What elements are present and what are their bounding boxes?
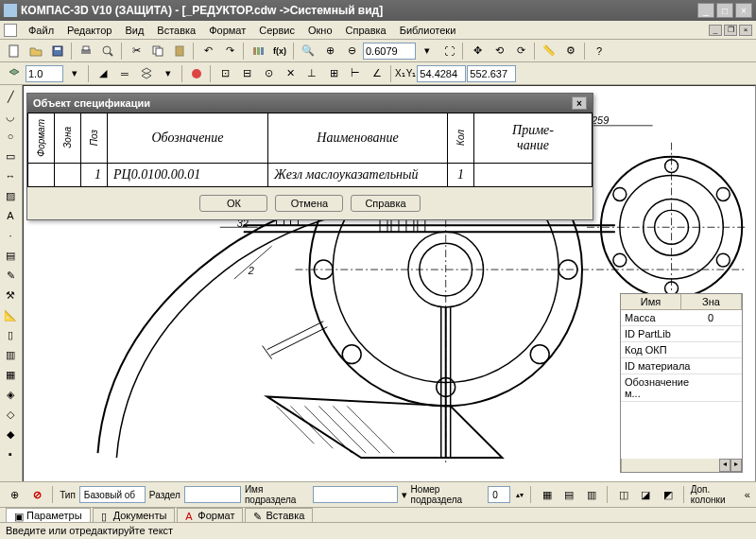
spec-tool[interactable]: ▤ [0, 246, 21, 265]
hatch-tool[interactable]: ▨ [0, 186, 21, 205]
rect-tool[interactable]: ▭ [0, 147, 21, 165]
grid3-button[interactable]: ▥ [582, 485, 601, 504]
section-field[interactable] [184, 486, 241, 503]
pan-button[interactable]: ✥ [467, 42, 488, 61]
libraries-button[interactable] [248, 42, 268, 61]
tab-parameters[interactable]: ▣Параметры [6, 508, 91, 523]
prop-row[interactable]: Обозначение м... [621, 374, 742, 402]
cell-qty[interactable]: 1 [448, 163, 474, 186]
dropdown-icon[interactable]: ▾ [402, 489, 407, 501]
menu-service[interactable]: Сервис [253, 23, 301, 38]
grid1-button[interactable]: ▦ [538, 485, 557, 504]
zoom-value-input[interactable] [363, 43, 416, 60]
new-button[interactable] [4, 42, 25, 61]
cell-name[interactable]: Жезл маслоуказательный [268, 163, 448, 186]
scale-dropdown-button[interactable]: ▾ [64, 64, 85, 83]
snap-mid-button[interactable]: ⊟ [236, 64, 257, 83]
ok-button[interactable]: ОК [199, 195, 267, 212]
style2-button[interactable]: ═ [114, 64, 135, 83]
coord-y-input[interactable] [467, 65, 516, 82]
edit-tool[interactable]: ✎ [0, 266, 21, 285]
style1-button[interactable]: ◢ [93, 64, 113, 83]
mdi-minimize-button[interactable]: _ [709, 25, 722, 36]
scale-input[interactable] [26, 65, 63, 82]
save-button[interactable] [47, 42, 68, 61]
variables-button[interactable]: f(x) [269, 42, 290, 61]
dimension-tool[interactable]: ↔ [0, 166, 21, 185]
prop-row[interactable]: Масса0 [621, 310, 742, 326]
zoom-window-button[interactable]: 🔍 [298, 42, 318, 61]
tab-insert[interactable]: ✎Вставка [245, 508, 313, 523]
type-field[interactable] [79, 486, 146, 503]
minimize-button[interactable]: _ [697, 3, 714, 18]
menu-help[interactable]: Справка [340, 23, 392, 38]
misc1-tool[interactable]: ◈ [0, 385, 21, 404]
prop-row[interactable]: ID материала [621, 358, 742, 374]
spinner-up-button[interactable]: ▴▾ [514, 485, 524, 504]
subnum-field[interactable] [488, 486, 510, 503]
mode1-button[interactable]: ◫ [614, 485, 633, 504]
measure-tool[interactable]: 📐 [0, 305, 21, 324]
apply-button[interactable]: ⊕ [6, 485, 25, 504]
report-tool[interactable]: ▦ [0, 365, 21, 384]
refresh-button[interactable]: ⟳ [510, 42, 531, 61]
menu-edit[interactable]: Редактор [61, 23, 117, 38]
mode3-button[interactable]: ◩ [659, 485, 678, 504]
zoom-prev-button[interactable]: ⟲ [489, 42, 509, 61]
scroll-right-button[interactable]: ▸ [730, 459, 742, 472]
prop-row[interactable]: ID PartLib [621, 326, 742, 342]
undo-button[interactable]: ↶ [198, 42, 218, 61]
menu-file[interactable]: Файл [23, 23, 60, 38]
snap-center-button[interactable]: ⊙ [258, 64, 279, 83]
snap-tangent-button[interactable]: ⊥ [301, 64, 322, 83]
coord-x-input[interactable] [417, 65, 466, 82]
help-button[interactable]: ? [589, 42, 610, 61]
stop-command-button[interactable]: ⊘ [28, 485, 47, 504]
misc4-tool[interactable]: ▪ [0, 444, 21, 463]
snap-angle-button[interactable]: ∠ [367, 64, 387, 83]
line-tool[interactable]: ╱ [0, 87, 21, 106]
zoom-dropdown-button[interactable]: ▾ [417, 42, 438, 61]
prop-row[interactable]: Код ОКП [621, 342, 742, 358]
stop-button[interactable] [186, 64, 207, 83]
arc-tool[interactable]: ◡ [0, 107, 21, 126]
help-button[interactable]: Справка [351, 195, 420, 212]
snap-end-button[interactable]: ⊡ [215, 64, 235, 83]
cell-notes[interactable] [474, 163, 593, 186]
extra-cols-dropdown-icon[interactable]: « [745, 489, 750, 500]
snap-intersect-button[interactable]: ✕ [280, 64, 301, 83]
print-button[interactable] [76, 42, 96, 61]
cell-pos[interactable]: 1 [81, 163, 108, 186]
point-tool[interactable]: · [0, 226, 21, 245]
ortho-button[interactable]: ⊢ [345, 64, 366, 83]
text-tool[interactable]: A [0, 206, 21, 225]
copy-button[interactable] [147, 42, 168, 61]
scroll-left-button[interactable]: ◂ [719, 459, 730, 472]
extra-cols-label[interactable]: Доп. колонки [691, 484, 741, 505]
cut-button[interactable]: ✂ [126, 42, 146, 61]
spec2-tool[interactable]: ▥ [0, 345, 21, 364]
close-button[interactable]: × [735, 3, 752, 18]
maximize-button[interactable]: □ [716, 3, 733, 18]
paste-button[interactable] [169, 42, 190, 61]
cell-zone[interactable] [55, 163, 81, 186]
cell-designation[interactable]: РЦ0.0100.00.01 [108, 163, 268, 186]
dialog-close-button[interactable]: × [572, 96, 587, 110]
menu-view[interactable]: Вид [119, 23, 149, 38]
zoom-out-button[interactable]: ⊖ [341, 42, 362, 61]
select-tool[interactable]: ▯ [0, 325, 21, 344]
layers-dropdown-button[interactable]: ▾ [158, 64, 179, 83]
circle-tool[interactable]: ○ [0, 127, 21, 146]
open-button[interactable] [26, 42, 46, 61]
layers-button[interactable] [136, 64, 157, 83]
cancel-button[interactable]: Отмена [275, 195, 343, 212]
dialog-titlebar[interactable]: Объект спецификации × [27, 94, 593, 113]
preview-button[interactable] [97, 42, 118, 61]
zoom-fit-button[interactable]: ⛶ [438, 42, 459, 61]
cell-format[interactable] [28, 163, 55, 186]
snap-grid-button[interactable]: ⊞ [323, 64, 344, 83]
menu-window[interactable]: Окно [302, 23, 338, 38]
mdi-restore-button[interactable]: ❐ [724, 25, 737, 36]
mode2-button[interactable]: ◪ [636, 485, 655, 504]
paramet-tool[interactable]: ⚒ [0, 286, 21, 304]
